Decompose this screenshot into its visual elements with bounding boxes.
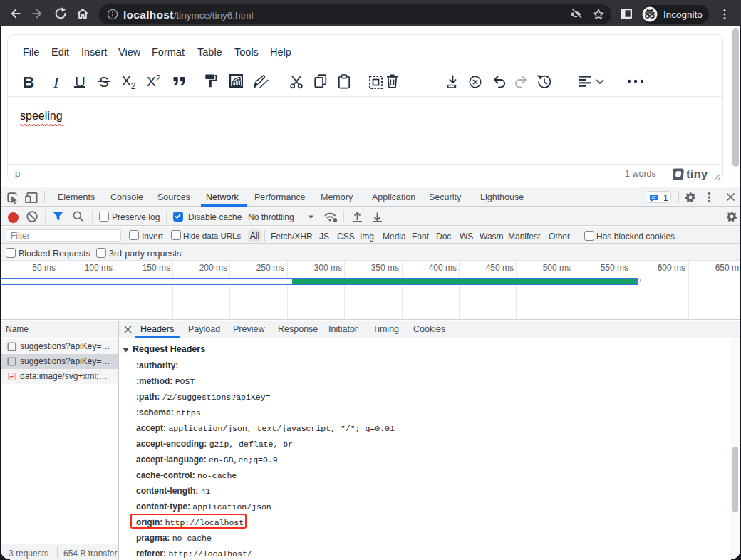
svg-text:tiny: tiny	[686, 168, 708, 180]
